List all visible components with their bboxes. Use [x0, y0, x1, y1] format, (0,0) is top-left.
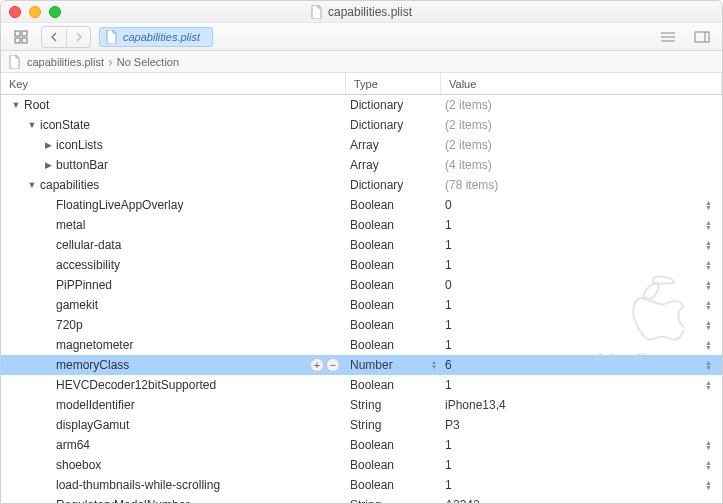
row-key-label: arm64 — [56, 438, 90, 452]
disclosure-triangle-icon[interactable]: ▼ — [27, 180, 37, 190]
row-value-label: 1 — [445, 438, 452, 452]
value-stepper[interactable]: ▲▼ — [705, 220, 712, 230]
value-stepper[interactable]: ▲▼ — [705, 280, 712, 290]
disclosure-triangle-icon[interactable]: ▼ — [11, 100, 21, 110]
table-row[interactable]: cellular-dataBoolean1▲▼ — [1, 235, 722, 255]
minimize-button[interactable] — [29, 6, 41, 18]
value-stepper[interactable]: ▲▼ — [705, 480, 712, 490]
table-row[interactable]: accessibilityBoolean1▲▼ — [1, 255, 722, 275]
table-row[interactable]: ▶iconListsArray(2 items) — [1, 135, 722, 155]
row-value-label: 1 — [445, 238, 452, 252]
table-row[interactable]: metalBoolean1▲▼ — [1, 215, 722, 235]
column-type[interactable]: Type — [346, 73, 441, 94]
value-stepper[interactable]: ▲▼ — [705, 260, 712, 270]
row-key-label: accessibility — [56, 258, 120, 272]
table-row[interactable]: ▼RootDictionary(2 items) — [1, 95, 722, 115]
disclosure-triangle-icon[interactable]: ▶ — [43, 140, 53, 150]
value-stepper[interactable]: ▲▼ — [705, 360, 712, 370]
row-type-label: Boolean — [350, 318, 394, 332]
titlebar[interactable]: capabilities.plist — [1, 1, 722, 23]
row-key-label: iconState — [40, 118, 90, 132]
column-headers: Key Type Value — [1, 73, 722, 95]
row-type-label: Boolean — [350, 298, 394, 312]
traffic-lights — [9, 6, 61, 18]
value-stepper[interactable]: ▲▼ — [705, 460, 712, 470]
value-stepper[interactable]: ▲▼ — [705, 320, 712, 330]
value-stepper[interactable]: ▲▼ — [705, 240, 712, 250]
table-row[interactable]: FloatingLiveAppOverlayBoolean0▲▼ — [1, 195, 722, 215]
table-row[interactable]: shoeboxBoolean1▲▼ — [1, 455, 722, 475]
disclosure-triangle-icon[interactable]: ▶ — [43, 160, 53, 170]
row-key-label: HEVCDecoder12bitSupported — [56, 378, 216, 392]
plist-tree[interactable]: MacRumors ▼RootDictionary(2 items)▼iconS… — [1, 95, 722, 503]
row-type-label: String — [350, 418, 381, 432]
table-row[interactable]: HEVCDecoder12bitSupportedBoolean1▲▼ — [1, 375, 722, 395]
breadcrumb-file[interactable]: capabilities.plist — [27, 56, 104, 68]
row-value-label: 1 — [445, 478, 452, 492]
editor-options-button[interactable] — [656, 27, 680, 47]
row-type-label: Array — [350, 138, 379, 152]
breadcrumb[interactable]: capabilities.plist › No Selection — [1, 51, 722, 73]
table-row[interactable]: ▼iconStateDictionary(2 items) — [1, 115, 722, 135]
row-type-label: Number — [350, 358, 393, 372]
forward-button[interactable] — [66, 27, 90, 47]
table-row[interactable]: ▶buttonBarArray(4 items) — [1, 155, 722, 175]
row-key-label: Root — [24, 98, 49, 112]
editor-tab[interactable]: capabilities.plist — [99, 27, 213, 47]
table-row[interactable]: ▼capabilitiesDictionary(78 items) — [1, 175, 722, 195]
table-row[interactable]: magnetometerBoolean1▲▼ — [1, 335, 722, 355]
row-value-label: (2 items) — [445, 118, 492, 132]
value-stepper[interactable]: ▲▼ — [705, 200, 712, 210]
row-type-label: Boolean — [350, 258, 394, 272]
row-type-label: Boolean — [350, 378, 394, 392]
table-row[interactable]: gamekitBoolean1▲▼ — [1, 295, 722, 315]
table-row[interactable]: displayGamutStringP3 — [1, 415, 722, 435]
row-key-label: memoryClass — [56, 358, 129, 372]
table-row[interactable]: RegulatoryModelNumberStringA2342 — [1, 495, 722, 503]
table-row[interactable]: 720pBoolean1▲▼ — [1, 315, 722, 335]
table-row[interactable]: memoryClass+−Number▲▼6▲▼ — [1, 355, 722, 375]
back-button[interactable] — [42, 27, 66, 47]
type-stepper[interactable]: ▲▼ — [431, 360, 437, 370]
nav-back-forward — [41, 26, 91, 48]
row-type-label: String — [350, 498, 381, 503]
row-type-label: Boolean — [350, 278, 394, 292]
row-value-label: A2342 — [445, 498, 480, 503]
row-type-label: Dictionary — [350, 98, 403, 112]
toolbar: capabilities.plist — [1, 23, 722, 51]
row-type-label: String — [350, 398, 381, 412]
svg-rect-3 — [22, 38, 27, 43]
table-row[interactable]: modelIdentifierStringiPhone13,4 — [1, 395, 722, 415]
row-type-label: Dictionary — [350, 178, 403, 192]
row-key-label: magnetometer — [56, 338, 133, 352]
row-value-label: 1 — [445, 378, 452, 392]
value-stepper[interactable]: ▲▼ — [705, 300, 712, 310]
row-value-label: 1 — [445, 218, 452, 232]
close-button[interactable] — [9, 6, 21, 18]
row-key-label: metal — [56, 218, 85, 232]
table-row[interactable]: load-thumbnails-while-scrollingBoolean1▲… — [1, 475, 722, 495]
column-value[interactable]: Value — [441, 73, 722, 94]
row-value-label: (2 items) — [445, 98, 492, 112]
breadcrumb-selection[interactable]: No Selection — [117, 56, 179, 68]
column-key[interactable]: Key — [1, 73, 346, 94]
zoom-button[interactable] — [49, 6, 61, 18]
window-title: capabilities.plist — [328, 5, 412, 19]
row-value-label: 1 — [445, 318, 452, 332]
value-stepper[interactable]: ▲▼ — [705, 440, 712, 450]
svg-rect-0 — [15, 31, 20, 36]
table-row[interactable]: arm64Boolean1▲▼ — [1, 435, 722, 455]
remove-row-button[interactable]: − — [326, 358, 340, 372]
disclosure-triangle-icon[interactable]: ▼ — [27, 120, 37, 130]
related-items-button[interactable] — [9, 27, 33, 47]
value-stepper[interactable]: ▲▼ — [705, 340, 712, 350]
toggle-inspector-button[interactable] — [690, 27, 714, 47]
row-type-label: Dictionary — [350, 118, 403, 132]
row-key-label: load-thumbnails-while-scrolling — [56, 478, 220, 492]
row-value-label: 0 — [445, 198, 452, 212]
table-row[interactable]: PiPPinnedBoolean0▲▼ — [1, 275, 722, 295]
add-sibling-button[interactable]: + — [310, 358, 324, 372]
row-value-label: 1 — [445, 258, 452, 272]
value-stepper[interactable]: ▲▼ — [705, 380, 712, 390]
row-value-label: P3 — [445, 418, 460, 432]
